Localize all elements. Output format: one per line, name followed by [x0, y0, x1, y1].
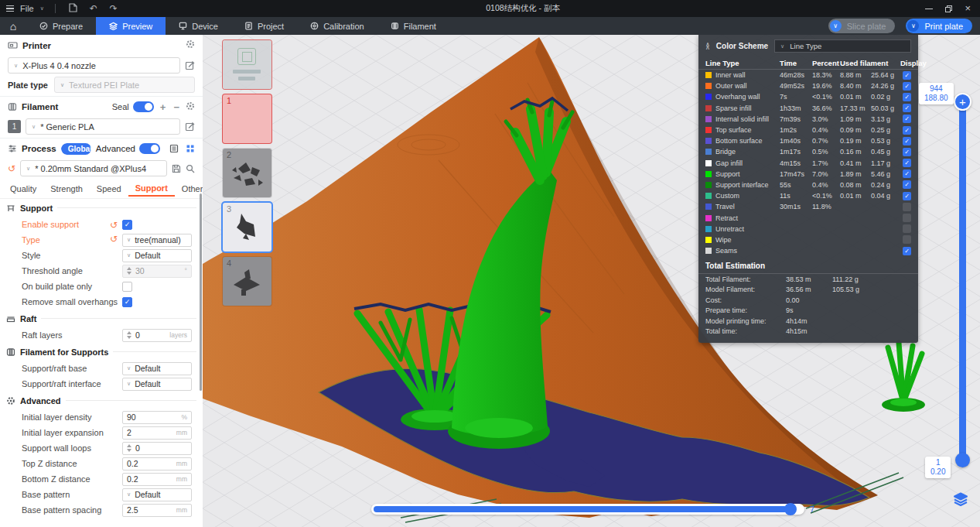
display-checkbox[interactable] [903, 224, 911, 233]
edit-printer-icon[interactable] [185, 60, 195, 70]
seal-toggle[interactable] [133, 101, 154, 112]
tab-preview[interactable]: Preview [96, 17, 166, 35]
setting-select[interactable]: ∨Default [122, 249, 192, 262]
display-checkbox[interactable]: ✓ [903, 93, 911, 101]
setting-input[interactable]: 0.2mm [122, 457, 192, 471]
setting-input[interactable]: 90% [122, 411, 192, 424]
spin-up-icon[interactable] [127, 331, 131, 334]
home-button[interactable]: ⌂ [0, 17, 26, 35]
layers-icon[interactable] [953, 492, 968, 510]
spin-down-icon[interactable] [127, 336, 131, 339]
save-preset-icon[interactable] [172, 164, 181, 173]
close-button[interactable]: × [965, 5, 971, 12]
setting-spin[interactable]: 0layers [122, 329, 192, 342]
layer-slider-bottom-handle[interactable] [955, 453, 970, 467]
layer-slider-track[interactable] [959, 101, 966, 464]
slice-plate-button[interactable]: ∨ Slice plate [828, 19, 896, 33]
display-checkbox[interactable]: ✓ [903, 137, 911, 145]
viewport-3d[interactable]: 1234 ∧∧ Color Scheme ∨ Line Type Line Ty… [203, 35, 980, 527]
display-checkbox[interactable] [903, 235, 911, 244]
setting-checkbox[interactable]: ✓ [122, 220, 132, 230]
setting-checkbox[interactable] [122, 282, 132, 292]
process-tab-quality[interactable]: Quality [3, 182, 43, 196]
setting-checkbox[interactable]: ✓ [122, 297, 132, 307]
reset-setting-icon[interactable]: ↺ [110, 221, 118, 230]
display-checkbox[interactable]: ✓ [903, 148, 911, 156]
redo-icon[interactable]: ↷ [107, 3, 121, 14]
tab-project[interactable]: Project [231, 17, 297, 35]
edit-filament-icon[interactable] [185, 121, 195, 132]
printer-settings-gear-icon[interactable] [186, 39, 195, 51]
display-checkbox[interactable]: ✓ [903, 115, 911, 123]
move-slider[interactable]: 7 [371, 504, 804, 515]
slice-options-chevron-icon[interactable]: ∨ [830, 20, 842, 32]
setting-input[interactable]: 2mm [122, 426, 192, 440]
file-menu[interactable]: File [20, 4, 34, 13]
display-checkbox[interactable]: ✓ [903, 192, 911, 200]
display-checkbox[interactable]: ✓ [903, 159, 911, 167]
display-checkbox[interactable]: ✓ [903, 126, 911, 135]
process-scope-global[interactable]: Global [61, 143, 91, 155]
minimize-button[interactable] [925, 9, 933, 9]
parameter-grid-icon[interactable] [186, 144, 195, 153]
print-options-chevron-icon[interactable]: ∨ [907, 20, 919, 32]
printer-preset-select[interactable]: ∨ X-Plus 4 0.4 nozzle [8, 57, 180, 74]
color-scheme-select[interactable]: ∨ Line Type [774, 39, 911, 53]
plate-thumbnail-1[interactable]: 1 [223, 94, 271, 143]
process-tab-others[interactable]: Others [175, 182, 203, 196]
spin-up-icon[interactable] [127, 444, 131, 447]
restore-button[interactable] [945, 5, 952, 12]
move-slider-handle[interactable] [784, 503, 797, 515]
remove-filament-icon[interactable]: − [172, 101, 181, 113]
display-checkbox[interactable]: ✓ [903, 247, 911, 255]
plate-thumbnail-4[interactable]: 4 [223, 257, 271, 306]
reset-setting-icon[interactable]: ↺ [110, 234, 118, 244]
display-checkbox[interactable] [903, 214, 911, 222]
filament-preset-select[interactable]: ∨ * Generic PLA [26, 118, 180, 135]
tab-calibration[interactable]: Calibration [297, 17, 377, 35]
display-checkbox[interactable]: ✓ [903, 104, 911, 112]
plate-thumbnail-2[interactable]: 2 [223, 149, 271, 197]
sidebar-scrollbar[interactable] [200, 193, 202, 391]
layer-slider-top-handle[interactable]: + [954, 93, 971, 111]
setting-input[interactable]: 2.5mm [122, 504, 192, 517]
menu-icon[interactable] [6, 5, 14, 12]
process-preset-select[interactable]: ∨ * 0.20mm Standard @XPlus4 [20, 160, 167, 176]
search-icon[interactable] [186, 164, 195, 173]
process-tab-strength[interactable]: Strength [43, 182, 90, 196]
save-file-icon[interactable] [67, 3, 80, 15]
setting-select[interactable]: ∨tree(manual) [122, 234, 192, 247]
plate-type-select[interactable]: ∨ Textured PEI Plate [54, 77, 195, 93]
advanced-toggle[interactable] [139, 143, 160, 154]
display-checkbox[interactable] [903, 203, 911, 211]
setting-input[interactable]: 0.2mm [122, 473, 192, 486]
spin-up-icon[interactable] [127, 267, 131, 270]
process-tab-support[interactable]: Support [128, 181, 175, 197]
tab-prepare[interactable]: Prepare [26, 17, 96, 35]
plate-thumbnail-all[interactable] [223, 40, 271, 89]
setting-spin[interactable]: 0 [122, 442, 192, 455]
spin-down-icon[interactable] [127, 449, 131, 452]
display-checkbox[interactable]: ✓ [903, 71, 911, 80]
setting-spin[interactable]: 30° [122, 265, 192, 278]
setting-select[interactable]: ∨Default [122, 488, 192, 501]
spinner-arrows-icon[interactable] [127, 331, 131, 339]
display-checkbox[interactable]: ✓ [903, 180, 911, 189]
collapse-panel-icon[interactable]: ∧∧ [705, 43, 710, 50]
filament-slot-badge[interactable]: 1 [8, 120, 21, 133]
parameter-list-icon[interactable] [169, 144, 179, 153]
spinner-arrows-icon[interactable] [127, 444, 131, 452]
plate-thumbnail-3[interactable]: 3 [223, 203, 271, 252]
setting-select[interactable]: ∨Default [122, 362, 192, 375]
file-menu-chevron-icon[interactable]: ∨ [40, 5, 44, 12]
setting-select[interactable]: ∨Default [122, 378, 192, 391]
filament-settings-gear-icon[interactable] [186, 101, 195, 113]
reset-process-icon[interactable]: ↺ [8, 164, 15, 173]
add-filament-icon[interactable]: + [159, 101, 168, 113]
spin-down-icon[interactable] [127, 272, 131, 275]
tab-device[interactable]: Device [166, 17, 231, 35]
print-plate-button[interactable]: ∨ Print plate [906, 19, 972, 33]
undo-icon[interactable]: ↶ [87, 3, 101, 14]
display-checkbox[interactable]: ✓ [903, 169, 911, 178]
tab-filament[interactable]: Filament [377, 17, 449, 35]
